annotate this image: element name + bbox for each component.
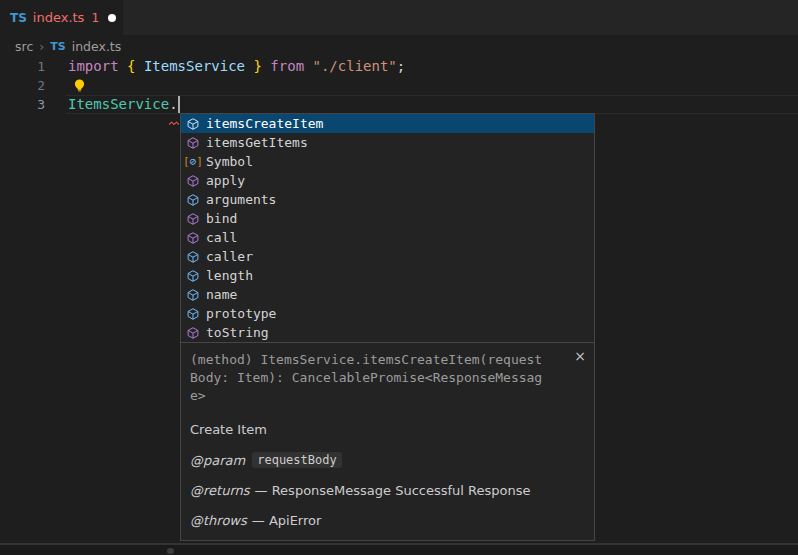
suggestion-item[interactable]: itemsCreateItem [181,114,594,133]
suggestion-label: itemsGetItems [206,135,308,150]
code-token: } [253,58,261,74]
symbol-field-icon [185,192,201,208]
method-signature: (method) ItemsService.itemsCreateItem(re… [190,351,547,405]
code-text: import { ItemsService } from "./client"; [68,57,405,76]
symbol-field-icon [185,306,201,322]
suggestion-item[interactable]: name [181,285,594,304]
suggestion-item[interactable]: bind [181,209,594,228]
symbol-method-icon [185,173,201,189]
line-number: 3 [0,95,45,114]
tab-title: index.ts [33,10,85,25]
chevron-right-icon: › [39,39,44,54]
line-number: 2 [0,76,45,95]
modified-indicator-icon[interactable] [108,14,116,22]
suggestion-label: Symbol [206,154,253,169]
line-number: 1 [0,57,45,76]
doc-tag-label: @param [190,453,245,468]
typescript-file-icon: TS [10,11,27,25]
suggestion-label: itemsCreateItem [206,116,323,131]
suggestion-item[interactable]: caller [181,247,594,266]
vscode-window: TS index.ts 1 src › TS index.ts 1import … [0,0,798,555]
suggest-docs-panel: (method) ItemsService.itemsCreateItem(re… [180,342,595,541]
code-token: from [270,58,304,74]
code-line[interactable]: 2 [0,76,798,95]
code-token: ItemsService [144,58,245,74]
suggestion-label: caller [206,249,253,264]
symbol-field-icon [185,249,201,265]
suggestion-label: apply [206,173,245,188]
symbol-method-icon [185,325,201,341]
suggestion-label: call [206,230,237,245]
bottom-strip [0,545,798,555]
doc-tag-text: — ApiError [252,513,322,528]
doc-tag-label: @returns [190,483,250,498]
suggestion-list: itemsCreateItemitemsGetItems[⊘]Symbolapp… [180,113,595,343]
tab-bar: TS index.ts 1 [0,0,798,35]
doc-tag-row: @paramrequestBody [190,452,585,468]
code-token: . [169,96,177,112]
code-line[interactable]: 3ItemsService. [0,95,798,114]
symbol-method-icon [185,116,201,132]
suggestion-label: length [206,268,253,283]
doc-description: Create Item [190,422,585,437]
error-squiggle [169,111,179,130]
breadcrumb: src › TS index.ts [0,35,798,57]
symbol-method-icon [185,135,201,151]
code-token [135,58,143,74]
code-token: ; [397,58,405,74]
close-icon[interactable]: × [574,349,586,363]
param-name-badge: requestBody [252,452,341,468]
symbol-field-icon [185,268,201,284]
doc-tags: @paramrequestBody@returns— ResponseMessa… [190,452,585,528]
lightbulb-icon[interactable] [72,78,87,93]
symbol-symbol-icon: [⊘] [185,154,201,170]
suggestion-label: name [206,287,237,302]
suggestion-item[interactable]: toString [181,323,594,342]
suggestion-item[interactable]: arguments [181,190,594,209]
symbol-method-icon [185,211,201,227]
symbol-method-icon [185,230,201,246]
code-token: ItemsService [68,96,169,112]
suggestion-item[interactable]: apply [181,171,594,190]
suggestion-item[interactable]: itemsGetItems [181,133,594,152]
code-line[interactable]: 1import { ItemsService } from "./client"… [0,57,798,76]
suggestion-label: prototype [206,306,276,321]
symbol-field-icon [185,287,201,303]
code-text: ItemsService. [68,95,178,114]
tab-index-ts[interactable]: TS index.ts 1 [0,0,123,35]
doc-tag-row: @returns— ResponseMessage Successful Res… [190,483,585,498]
code-token [119,58,127,74]
doc-tag-text: — ResponseMessage Successful Response [255,483,531,498]
suggestion-label: arguments [206,192,276,207]
tab-error-count-badge: 1 [91,11,99,25]
code-token [304,58,312,74]
horizontal-scrollbar-thumb[interactable] [167,548,174,554]
doc-tag-row: @throws— ApiError [190,513,585,528]
suggestion-item[interactable]: call [181,228,594,247]
suggestion-item[interactable]: length [181,266,594,285]
doc-tag-label: @throws [190,513,247,528]
suggestion-item[interactable]: prototype [181,304,594,323]
breadcrumb-folder[interactable]: src [15,39,33,54]
suggestion-label: toString [206,325,269,340]
typescript-file-icon: TS [50,40,65,53]
suggestion-label: bind [206,211,237,226]
breadcrumb-file[interactable]: index.ts [72,39,122,54]
suggestion-item[interactable]: [⊘]Symbol [181,152,594,171]
code-editor[interactable]: 1import { ItemsService } from "./client"… [0,57,798,114]
code-token: import [68,58,119,74]
code-token: "./client" [313,58,397,74]
